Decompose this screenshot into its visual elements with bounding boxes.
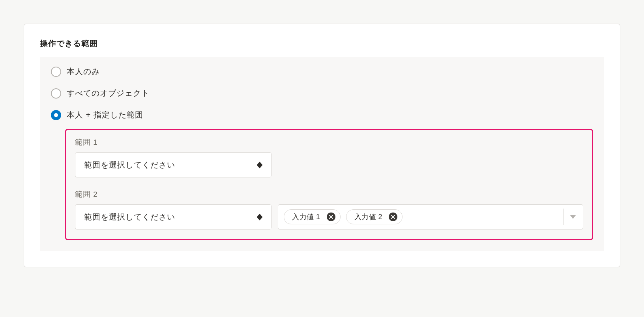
select-sort-icon xyxy=(257,214,262,220)
settings-card: 操作できる範囲 本人のみ すべてのオブジェクト 本人 + 指定した範囲 範囲 1… xyxy=(24,24,620,267)
tag-item: 入力値 2 xyxy=(346,209,403,224)
range-1-select[interactable]: 範囲を選択してください xyxy=(75,152,271,177)
section-title: 操作できる範囲 xyxy=(40,38,604,49)
range-2-multiselect[interactable]: 入力値 1 入力値 2 xyxy=(278,204,583,229)
radio-label: すべてのオブジェクト xyxy=(67,88,150,99)
radio-self-plus-range[interactable]: 本人 + 指定した範囲 xyxy=(51,110,593,120)
multiselect-dropdown-toggle[interactable] xyxy=(564,209,580,225)
tag-item: 入力値 1 xyxy=(284,209,341,224)
range-2-group: 範囲 2 範囲を選択してください 入力値 1 xyxy=(75,189,583,229)
radio-label: 本人のみ xyxy=(67,66,100,77)
scope-radio-group: 本人のみ すべてのオブジェクト 本人 + 指定した範囲 範囲 1 範囲を選択して… xyxy=(40,57,604,251)
radio-icon xyxy=(51,88,61,99)
range-1-group: 範囲 1 範囲を選択してください xyxy=(75,137,583,177)
range-1-label: 範囲 1 xyxy=(75,137,583,147)
tag-label: 入力値 2 xyxy=(354,212,383,222)
select-placeholder: 範囲を選択してください xyxy=(84,160,175,170)
select-placeholder: 範囲を選択してください xyxy=(84,212,175,222)
chevron-down-icon xyxy=(570,215,576,219)
radio-icon xyxy=(51,67,61,77)
select-sort-icon xyxy=(257,162,262,168)
tag-label: 入力値 1 xyxy=(292,212,320,222)
tag-list: 入力値 1 入力値 2 xyxy=(284,209,559,224)
tag-remove-icon[interactable] xyxy=(389,213,397,221)
tag-remove-icon[interactable] xyxy=(327,213,335,221)
radio-all-objects[interactable]: すべてのオブジェクト xyxy=(51,88,593,99)
radio-icon-selected xyxy=(51,110,61,120)
range-2-select[interactable]: 範囲を選択してください xyxy=(75,204,271,229)
radio-label: 本人 + 指定した範囲 xyxy=(67,110,143,120)
range-configuration-box: 範囲 1 範囲を選択してください 範囲 2 範囲を選択してください xyxy=(65,129,593,240)
radio-self-only[interactable]: 本人のみ xyxy=(51,66,593,77)
range-2-label: 範囲 2 xyxy=(75,189,583,200)
